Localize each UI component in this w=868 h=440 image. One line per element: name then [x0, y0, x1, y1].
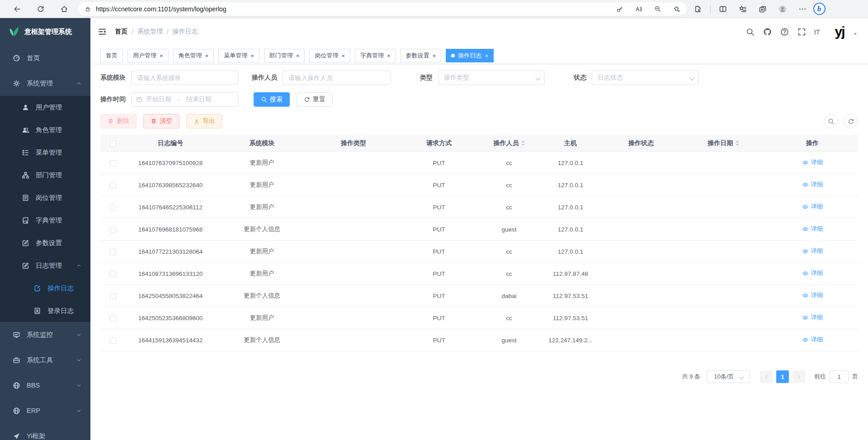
detail-link[interactable]: 详细 [802, 336, 823, 344]
tab-部门管理[interactable]: 部门管理× [264, 49, 305, 62]
prev-page-button[interactable] [760, 370, 773, 383]
row-checkbox[interactable] [110, 271, 116, 277]
end-date-placeholder[interactable]: 结束日期 [186, 95, 212, 104]
clear-button[interactable]: 清空 [143, 114, 179, 128]
back-button[interactable] [9, 2, 25, 16]
column-header-操作日期[interactable]: 操作日期 [680, 139, 767, 147]
tab-角色管理[interactable]: 角色管理× [173, 49, 214, 62]
sidebar-item-角色管理[interactable]: 角色管理 [0, 118, 90, 141]
operator-input[interactable] [283, 71, 391, 85]
row-checkbox[interactable] [110, 249, 116, 255]
sidebar-item-系统管理[interactable]: 系统管理 [0, 71, 90, 96]
status-select[interactable]: 日志状态 [592, 71, 699, 85]
copilot-button[interactable]: b [811, 2, 827, 16]
detail-link[interactable]: 详细 [802, 313, 823, 322]
refresh-table-button[interactable] [844, 114, 858, 128]
avatar-dropdown-caret[interactable] [853, 27, 858, 37]
reset-button[interactable]: 重置 [297, 92, 333, 107]
sidebar-item-菜单管理[interactable]: 菜单管理 [0, 141, 90, 164]
search-button[interactable] [744, 25, 757, 38]
sidebar-item-系统工具[interactable]: 系统工具 [0, 347, 90, 373]
sort-carets-icon[interactable] [521, 141, 525, 146]
row-checkbox[interactable] [110, 293, 116, 299]
tab-岗位管理[interactable]: 岗位管理× [309, 49, 350, 62]
sidebar-item-用户管理[interactable]: 用户管理 [0, 96, 90, 118]
home-button[interactable] [56, 2, 72, 16]
row-checkbox[interactable] [110, 182, 116, 189]
detail-link[interactable]: 详细 [802, 269, 823, 277]
row-checkbox[interactable] [110, 204, 116, 211]
tab-close-icon[interactable]: × [341, 53, 345, 59]
copilot-icon[interactable]: b [813, 3, 826, 15]
fullscreen-button[interactable] [795, 25, 809, 38]
extensions-button[interactable] [690, 2, 706, 16]
export-button[interactable]: 导出 [186, 114, 222, 128]
tab-首页[interactable]: 首页 [100, 49, 123, 62]
help-button[interactable] [778, 25, 792, 38]
tab-字典管理[interactable]: 字典管理× [355, 49, 396, 62]
refresh-button[interactable] [33, 2, 49, 16]
detail-link[interactable]: 详细 [802, 225, 823, 233]
tab-菜单管理[interactable]: 菜单管理× [218, 49, 259, 62]
collections-add-button[interactable] [755, 2, 770, 16]
key-button[interactable] [616, 5, 623, 13]
tab-close-icon[interactable]: × [387, 53, 391, 59]
sidebar-item-岗位管理[interactable]: 岗位管理 [0, 186, 90, 209]
page-size-select[interactable]: 10条/页 [707, 370, 750, 383]
next-page-button[interactable] [793, 370, 805, 383]
sidebar-item-Yi框架[interactable]: Yi框架 [0, 423, 90, 440]
column-header-操作人员[interactable]: 操作人员 [479, 139, 539, 147]
sidebar-item-参数设置[interactable]: 参数设置 [0, 232, 90, 254]
module-input[interactable] [131, 71, 238, 85]
sidebar-item-系统监控[interactable]: 系统监控 [0, 322, 90, 347]
read-aloud-button[interactable] [635, 5, 642, 13]
detail-link[interactable]: 详细 [802, 247, 823, 255]
page-number-1[interactable]: 1 [776, 370, 789, 383]
breadcrumb-item[interactable]: 系统管理 [137, 28, 163, 36]
sidebar-item-日志管理[interactable]: 日志管理 [0, 254, 90, 277]
sidebar-item-部门管理[interactable]: 部门管理 [0, 164, 90, 186]
detail-link[interactable]: 详细 [802, 291, 823, 299]
detail-link[interactable]: 详细 [802, 158, 823, 166]
type-select[interactable]: 操作类型 [438, 71, 545, 85]
row-checkbox[interactable] [110, 160, 116, 166]
sidebar-fold-button[interactable] [98, 27, 107, 36]
split-screen-button[interactable] [715, 2, 731, 16]
sidebar-item-登录日志[interactable]: 登录日志 [0, 299, 90, 322]
show-search-button[interactable] [824, 114, 838, 128]
address-bar[interactable]: https://ccnetcore.com:1101/system/log/op… [78, 2, 687, 16]
row-checkbox[interactable] [110, 315, 116, 322]
breadcrumb-item[interactable]: 操作日志 [173, 28, 198, 36]
sidebar-item-BBS[interactable]: BBS [0, 373, 90, 398]
tab-参数设置[interactable]: 参数设置× [401, 49, 442, 62]
sidebar-item-ERP[interactable]: ERP [0, 398, 90, 423]
delete-button[interactable]: 删除 [100, 114, 137, 128]
tab-close-icon[interactable]: × [296, 53, 300, 59]
sidebar-logo[interactable]: 意框架管理系统 [0, 18, 90, 45]
goto-page-input[interactable] [830, 370, 849, 383]
row-checkbox[interactable] [110, 337, 116, 344]
favorite-add-button[interactable] [673, 5, 680, 13]
tab-用户管理[interactable]: 用户管理× [127, 49, 169, 62]
row-checkbox[interactable] [110, 227, 116, 233]
collections-star-button[interactable] [735, 2, 750, 16]
profile-avatar-button[interactable] [775, 2, 790, 16]
sidebar-item-操作日志[interactable]: 操作日志 [0, 277, 90, 299]
tab-close-icon[interactable]: × [160, 53, 163, 59]
search-button[interactable]: 搜索 [254, 92, 290, 107]
detail-link[interactable]: 详细 [802, 203, 823, 211]
font-size-button[interactable]: tT [812, 28, 822, 36]
zoom-out-button[interactable] [654, 5, 661, 13]
select-all-checkbox[interactable] [110, 141, 116, 147]
url-text[interactable]: https://ccnetcore.com:1101/system/log/op… [96, 5, 616, 13]
user-avatar[interactable]: yj [830, 23, 849, 41]
github-button[interactable] [761, 25, 774, 38]
sort-carets-icon[interactable] [736, 141, 739, 146]
date-range-picker[interactable]: 开始日期 - 结束日期 [131, 92, 238, 107]
more-button[interactable] [795, 2, 810, 16]
tab-操作日志[interactable]: 操作日志× [446, 49, 494, 62]
sidebar-item-首页[interactable]: 首页 [0, 45, 90, 71]
tab-close-icon[interactable]: × [433, 53, 436, 59]
start-date-placeholder[interactable]: 开始日期 [146, 95, 171, 104]
breadcrumb-item[interactable]: 首页 [115, 28, 127, 36]
